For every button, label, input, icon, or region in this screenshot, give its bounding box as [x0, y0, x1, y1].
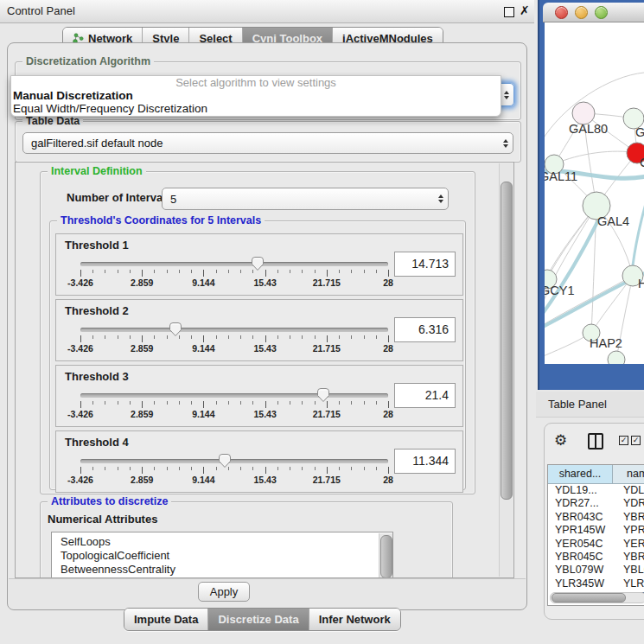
table-row[interactable]: YBL079WYBL079W: [548, 564, 644, 577]
cell-name: YER054C: [613, 538, 644, 551]
network-edge: [554, 151, 637, 164]
threshold-value-field[interactable]: 14.713: [394, 252, 456, 277]
threshold-label: Threshold 1: [65, 239, 129, 252]
algorithm-option-equal-width[interactable]: Equal Width/Frequency Discretization: [11, 102, 501, 115]
control-panel-title: Control Panel: [7, 4, 75, 17]
table-hscrollbar[interactable]: [550, 592, 644, 603]
close-panel-icon[interactable]: ✗: [520, 3, 530, 17]
network-canvas[interactable]: GAL80GACGAL11GAL4GCY1HHAP2: [545, 22, 644, 364]
settings-scrollbar[interactable]: [499, 163, 513, 577]
attributes-group-title: Attributes to discretize: [48, 495, 171, 508]
interval-definition-title: Interval Definition: [48, 165, 146, 178]
settings-scroll-viewport: Interval Definition Number of Intervals …: [15, 162, 514, 578]
tab-label: Discretize Data: [218, 613, 298, 626]
algorithm-dropdown-hint: Select algorithm to view settings: [11, 76, 501, 89]
attribute-list-item[interactable]: TopologicalCoefficient: [52, 549, 392, 563]
settings-scrollbar-thumb[interactable]: [501, 182, 513, 500]
zoom-traffic-light-icon[interactable]: [595, 6, 608, 19]
bottom-tab-bar: Impute DataDiscretize DataInfer Network: [124, 608, 401, 631]
gear-icon[interactable]: ⚙: [554, 433, 567, 448]
table-row[interactable]: YER054CYER054C: [548, 538, 644, 551]
slider-track[interactable]: [80, 328, 388, 332]
slider-tick-labels: -3.4262.8599.14415.4321.71528: [80, 409, 388, 420]
float-window-icon[interactable]: [504, 7, 514, 17]
bottom-tab-discretize-data[interactable]: Discretize Data: [208, 609, 309, 630]
slider-ticks: [80, 335, 388, 343]
numerical-attributes-label: Numerical Attributes: [48, 513, 157, 526]
table-panel-title: Table Panel: [548, 398, 607, 411]
cell-shared-name: YLR345W: [548, 577, 613, 590]
cell-shared-name: YBR043C: [548, 511, 613, 524]
bottom-tab-infer-network[interactable]: Infer Network: [309, 609, 400, 630]
thresholds-group-title: Threshold's Coordinates for 5 Intervals: [57, 214, 265, 227]
threshold-label: Threshold 3: [65, 370, 129, 383]
checkbox-icon[interactable]: ✓: [631, 436, 641, 445]
threshold-panel-1: Threshold 1-3.4262.8599.14415.4321.71528…: [55, 233, 463, 296]
table-hscrollbar-thumb[interactable]: [552, 593, 626, 603]
threshold-panel-3: Threshold 3-3.4262.8599.14415.4321.71528…: [55, 365, 463, 427]
threshold-label: Threshold 4: [65, 436, 129, 449]
threshold-value-field[interactable]: 21.4: [394, 383, 456, 408]
network-graph: GAL80GACGAL11GAL4GCY1HHAP2: [545, 22, 644, 364]
cell-name: YBR045C: [613, 551, 644, 564]
threshold-label: Threshold 2: [65, 304, 129, 317]
close-traffic-light-icon[interactable]: [555, 6, 568, 19]
cell-name: YPR145W: [613, 524, 644, 537]
threshold-value-field[interactable]: 6.316: [394, 317, 456, 342]
bottom-tab-impute-data[interactable]: Impute Data: [124, 609, 208, 630]
slider-ticks: [80, 467, 388, 475]
attribute-list-item[interactable]: SelfLoops: [52, 535, 392, 549]
network-node[interactable]: [608, 351, 625, 364]
node-table: shared... name YDL19...YDL19...YDR27...Y…: [547, 464, 644, 606]
apply-row: Apply: [9, 578, 526, 609]
table-row[interactable]: YDL19...YDL19...: [548, 484, 644, 497]
attribute-list-item[interactable]: BetweennessCentrality: [52, 563, 392, 577]
cell-shared-name: YBR045C: [548, 551, 613, 564]
threshold-value-field[interactable]: 11.344: [394, 449, 456, 474]
attributes-scrollbar-thumb[interactable]: [380, 535, 392, 578]
control-panel-titlebar: Control Panel ✗: [0, 0, 534, 23]
table-data-group-title: Table Data: [22, 115, 83, 128]
cell-shared-name: YDL19...: [548, 484, 613, 497]
threshold-panel-4: Threshold 4-3.4262.8599.14415.4321.71528…: [55, 430, 463, 493]
table-row[interactable]: YBR043CYBR043C: [548, 511, 644, 524]
split-columns-icon[interactable]: [588, 433, 603, 450]
network-node-label: H: [638, 277, 644, 290]
number-of-intervals-combobox[interactable]: 5: [162, 188, 449, 210]
slider-track[interactable]: [80, 262, 388, 266]
slider-track[interactable]: [80, 459, 388, 463]
network-node-label: GAL4: [597, 214, 629, 228]
table-row[interactable]: YBR045CYBR045C: [548, 551, 644, 564]
network-node-label: HAP2: [590, 336, 622, 350]
cell-name: YBL079W: [613, 564, 644, 577]
cell-name: YLR345W: [613, 577, 644, 590]
table-panel-header: Table Panel: [536, 392, 644, 418]
column-header-shared-name[interactable]: shared...: [548, 465, 613, 484]
numerical-attributes-list[interactable]: SelfLoopsTopologicalCoefficientBetweenne…: [51, 532, 393, 578]
cyni-toolbox-pane: Discretization Algorithm Table Data galF…: [7, 42, 527, 610]
discretization-algorithm-group-title: Discretization Algorithm: [22, 55, 154, 68]
column-header-name[interactable]: name: [613, 465, 644, 484]
slider-ticks: [80, 401, 388, 409]
number-of-intervals-label: Number of Intervals: [67, 191, 172, 204]
table-data-combobox-value: galFiltered.sif default node: [23, 137, 498, 150]
slider-track[interactable]: [80, 393, 388, 398]
interval-definition-group: Interval Definition Number of Intervals …: [40, 171, 475, 494]
number-of-intervals-value: 5: [163, 193, 433, 206]
checkbox-icon[interactable]: ✓: [619, 436, 628, 445]
slider-tick-labels: -3.4262.8599.14415.4321.71528: [80, 277, 388, 289]
network-edge-thick: [633, 201, 644, 265]
combo-stepper-icon: [498, 139, 513, 148]
algorithm-option-manual[interactable]: Manual Discretization: [11, 89, 501, 102]
cell-name: YDR27...: [613, 497, 644, 510]
network-node-label: GAL80: [569, 122, 608, 136]
table-data-combobox[interactable]: galFiltered.sif default node: [22, 132, 513, 154]
apply-button[interactable]: Apply: [198, 582, 250, 602]
minimize-traffic-light-icon[interactable]: [575, 6, 588, 19]
attributes-list-scrollbar[interactable]: [379, 533, 392, 578]
table-row[interactable]: YPR145WYPR145W: [548, 524, 644, 537]
tab-label: Infer Network: [319, 613, 391, 626]
table-row[interactable]: YLR345WYLR345W: [548, 577, 644, 590]
cell-name: YDL19...: [613, 484, 644, 497]
table-row[interactable]: YDR27...YDR27...: [548, 497, 644, 510]
